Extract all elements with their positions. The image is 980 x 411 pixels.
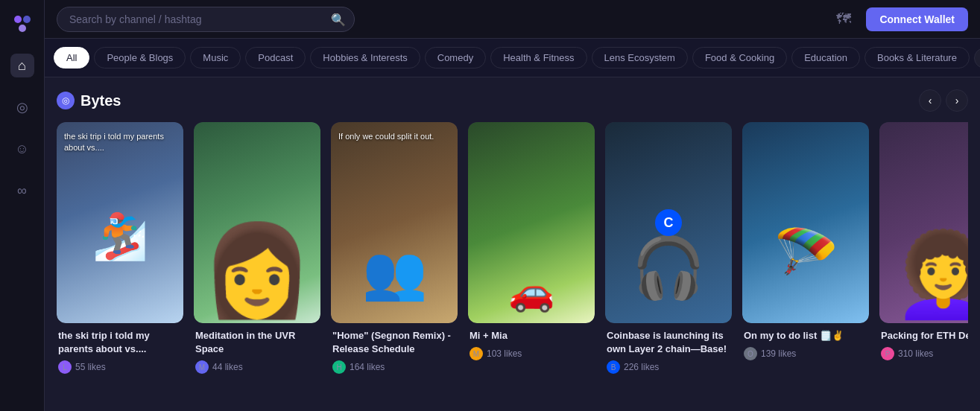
category-bar: All People & Blogs Music Podcast Hobbies… xyxy=(45,39,980,77)
card-3-overlay: If only we could split it out. xyxy=(338,131,450,142)
category-tab-people[interactable]: People & Blogs xyxy=(94,47,186,68)
card-4-likes-count: 103 likes xyxy=(487,348,522,359)
bytes-card-3[interactable]: If only we could split it out. "Home" (S… xyxy=(331,122,458,374)
card-3-thumbnail: If only we could split it out. xyxy=(331,122,458,323)
card-3-image: If only we could split it out. xyxy=(331,122,458,323)
map-icon[interactable]: 🗺 xyxy=(836,10,851,28)
card-7-likes: P 310 likes xyxy=(881,347,968,360)
bytes-card-5[interactable]: C Coinbase is launching its own Layer 2 … xyxy=(605,122,732,374)
category-tab-food[interactable]: Food & Cooking xyxy=(692,47,787,68)
card-7-info: Packing for ETH Denver P 310 likes xyxy=(879,323,968,360)
header: 🔍 🗺 Connect Wallet xyxy=(45,0,980,39)
card-4-thumbnail xyxy=(468,122,595,323)
card-7-thumbnail xyxy=(879,122,968,323)
bytes-card-7[interactable]: Packing for ETH Denver P 310 likes xyxy=(879,122,968,374)
card-5-avatar: B xyxy=(607,360,620,374)
card-1-info: the ski trip i told my parents about vs.… xyxy=(57,323,183,374)
search-button[interactable]: 🔍 xyxy=(331,12,346,26)
bytes-next-button[interactable]: › xyxy=(946,89,968,112)
card-5-title: Coinbase is launching its own Layer 2 ch… xyxy=(607,329,730,356)
card-6-avatar: O xyxy=(744,347,757,360)
connections-icon[interactable]: ∞ xyxy=(10,179,34,203)
card-1-overlay: the ski trip i told my parents about vs.… xyxy=(64,131,176,154)
card-4-likes: M 103 likes xyxy=(470,347,593,360)
card-4-image xyxy=(468,122,595,323)
bytes-card-4[interactable]: Mi + Mia M 103 likes xyxy=(468,122,595,374)
card-6-figure xyxy=(742,122,869,323)
category-tab-all[interactable]: All xyxy=(54,47,89,68)
svg-point-2 xyxy=(19,25,26,32)
card-1-image: the ski trip i told my parents about vs.… xyxy=(57,122,183,323)
card-6-likes-count: 139 likes xyxy=(761,348,796,359)
card-1-title: the ski trip i told my parents about vs.… xyxy=(58,329,182,356)
card-7-likes-count: 310 likes xyxy=(898,348,933,359)
bytes-sidebar-icon[interactable]: ◎ xyxy=(10,95,34,119)
card-6-thumbnail xyxy=(742,122,869,323)
bytes-card-1[interactable]: the ski trip i told my parents about vs.… xyxy=(57,122,183,374)
category-tab-comedy[interactable]: Comedy xyxy=(425,47,486,68)
bytes-card-6[interactable]: On my to do list 🗒️✌️ O 139 likes xyxy=(742,122,869,374)
card-5-info: Coinbase is launching its own Layer 2 ch… xyxy=(605,323,732,374)
category-tab-hobbies[interactable]: Hobbies & Interests xyxy=(310,47,420,68)
main-content: 🔍 🗺 Connect Wallet All People & Blogs Mu… xyxy=(45,0,980,411)
connect-wallet-button[interactable]: Connect Wallet xyxy=(866,7,968,31)
card-3-likes-count: 164 likes xyxy=(350,362,385,372)
card-3-avatar: H xyxy=(332,360,346,374)
explore-icon[interactable]: ☺ xyxy=(10,137,34,161)
card-7-title: Packing for ETH Denver xyxy=(881,329,968,342)
home-icon[interactable]: ⌂ xyxy=(10,54,34,77)
card-1-likes: L 55 likes xyxy=(58,360,182,374)
category-tab-health[interactable]: Health & Fitness xyxy=(490,47,587,68)
card-5-thumbnail: C xyxy=(605,122,732,323)
card-1-likes-count: 55 likes xyxy=(75,362,106,372)
app-logo[interactable] xyxy=(10,12,34,36)
category-tab-podcast[interactable]: Podcast xyxy=(245,47,306,68)
bytes-card-2[interactable]: Meditation in the UVR Space M 44 likes xyxy=(194,122,320,374)
card-4-figure xyxy=(468,122,595,323)
card-4-info: Mi + Mia M 103 likes xyxy=(468,323,595,360)
svg-point-1 xyxy=(23,16,31,23)
sidebar: ⌂ ◎ ☺ ∞ xyxy=(0,0,45,411)
card-2-likes: M 44 likes xyxy=(195,360,319,374)
card-5-likes-count: 226 likes xyxy=(624,362,659,372)
card-3-figure xyxy=(331,122,458,323)
card-2-thumbnail xyxy=(194,122,320,323)
category-tab-education[interactable]: Education xyxy=(791,47,860,68)
card-1-avatar: L xyxy=(58,360,72,374)
bytes-section-icon: ◎ xyxy=(57,92,75,109)
card-6-title: On my to do list 🗒️✌️ xyxy=(744,329,867,342)
card-2-image xyxy=(194,122,320,323)
bytes-title: Bytes xyxy=(80,92,121,109)
bytes-navigation: ‹ › xyxy=(919,89,968,112)
card-2-likes-count: 44 likes xyxy=(212,362,243,372)
search-input[interactable] xyxy=(57,7,355,32)
bytes-prev-button[interactable]: ‹ xyxy=(919,89,941,112)
bytes-cards-row: the ski trip i told my parents about vs.… xyxy=(57,122,968,374)
svg-point-0 xyxy=(14,16,22,23)
card-5-likes: B 226 likes xyxy=(607,360,730,374)
category-tab-lens[interactable]: Lens Ecosystem xyxy=(592,47,688,68)
card-3-info: "Home" (Segnon Remix) - Release Schedule… xyxy=(331,323,458,374)
card-2-title: Meditation in the UVR Space xyxy=(195,329,319,356)
card-7-figure xyxy=(879,122,968,323)
card-7-avatar: P xyxy=(881,347,894,360)
search-container: 🔍 xyxy=(57,7,355,32)
bytes-section: ◎ Bytes ‹ › the ski trip i told my paren… xyxy=(45,77,980,411)
coinbase-logo: C xyxy=(655,209,682,236)
card-7-image xyxy=(879,122,968,323)
card-6-image xyxy=(742,122,869,323)
card-6-likes: O 139 likes xyxy=(744,347,867,360)
card-4-title: Mi + Mia xyxy=(470,329,593,342)
card-2-avatar: M xyxy=(195,360,209,374)
category-next-button[interactable]: › xyxy=(974,48,980,68)
category-tab-books[interactable]: Books & Literature xyxy=(864,47,970,68)
card-5-image: C xyxy=(605,122,732,323)
card-3-title: "Home" (Segnon Remix) - Release Schedule xyxy=(332,329,456,356)
bytes-header: ◎ Bytes ‹ › xyxy=(57,89,968,112)
category-tab-music[interactable]: Music xyxy=(190,47,241,68)
card-2-info: Meditation in the UVR Space M 44 likes xyxy=(194,323,320,374)
card-1-thumbnail: the ski trip i told my parents about vs.… xyxy=(57,122,183,323)
card-4-avatar: M xyxy=(470,347,483,360)
card-2-figure xyxy=(194,122,320,323)
card-6-info: On my to do list 🗒️✌️ O 139 likes xyxy=(742,323,869,360)
